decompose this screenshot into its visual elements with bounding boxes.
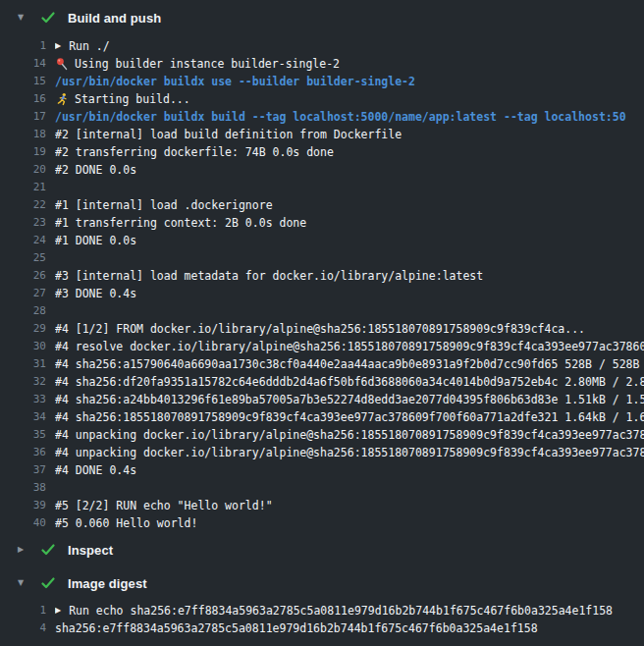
line-number[interactable]: 35 <box>0 426 46 444</box>
line-number[interactable]: 38 <box>0 479 46 497</box>
line-number[interactable]: 33 <box>0 391 46 408</box>
pushpin-icon <box>55 57 69 71</box>
line-number[interactable]: 28 <box>0 302 46 320</box>
line-number[interactable]: 17 <box>0 108 46 126</box>
line-number[interactable]: 39 <box>0 497 46 514</box>
line-content: ▶Run ./ <box>55 37 644 55</box>
section-title: Image digest <box>68 576 147 591</box>
line-content: #4 unpacking docker.io/library/alpine@sh… <box>55 426 644 444</box>
line-content <box>55 249 644 267</box>
line-content: #4 sha256:a15790640a6690aa1730c38cf0a440… <box>55 355 644 373</box>
line-content: #2 [internal] load build definition from… <box>55 126 644 143</box>
line-content: ▶Run echo sha256:e7ff8834a5963a2785c5a08… <box>55 602 644 619</box>
run-expander-icon[interactable]: ▶ <box>55 42 61 50</box>
log-line: 16Starting build... <box>0 90 644 108</box>
run-expander-icon[interactable]: ▶ <box>55 607 61 615</box>
log-line: 30#4 resolve docker.io/library/alpine@sh… <box>0 338 644 355</box>
line-text: #1 DONE 0.0s <box>55 232 136 249</box>
line-number[interactable]: 29 <box>0 320 46 338</box>
line-number[interactable]: 14 <box>0 55 46 73</box>
line-text: #2 transferring dockerfile: 74B 0.0s don… <box>55 143 334 161</box>
line-text: #4 unpacking docker.io/library/alpine@sh… <box>55 426 644 444</box>
line-number[interactable]: 30 <box>0 338 46 355</box>
line-number[interactable]: 1 <box>0 602 46 619</box>
log-line: 1▶Run echo sha256:e7ff8834a5963a2785c5a0… <box>0 602 644 619</box>
log-section-image-digest: ▼ Image digest 1▶Run echo sha256:e7ff883… <box>0 571 644 637</box>
line-text: #2 [internal] load build definition from… <box>55 126 402 143</box>
line-content: #3 [internal] load metadata for docker.i… <box>55 267 644 285</box>
line-text: #4 resolve docker.io/library/alpine@sha2… <box>55 338 644 355</box>
line-content: #1 DONE 0.0s <box>55 232 644 249</box>
line-number[interactable]: 24 <box>0 232 46 249</box>
log-section-inspect: ▶ Inspect <box>0 538 644 562</box>
line-number[interactable]: 25 <box>0 249 46 267</box>
log-section-build-and-push: ▼ Build and push 1▶Run ./14Using builder… <box>0 6 644 532</box>
log-line: 35#4 unpacking docker.io/library/alpine@… <box>0 426 644 444</box>
log-line: 25 <box>0 249 644 267</box>
line-number[interactable]: 20 <box>0 161 46 179</box>
section-log-lines: 1▶Run echo sha256:e7ff8834a5963a2785c5a0… <box>0 602 644 637</box>
line-number[interactable]: 15 <box>0 73 46 90</box>
line-text: #5 0.060 Hello world! <box>55 514 197 532</box>
log-line: 34#4 sha256:185518070891758909c9f839cf4c… <box>0 408 644 426</box>
line-content <box>55 179 644 196</box>
line-number[interactable]: 32 <box>0 373 46 391</box>
line-text: Run echo sha256:e7ff8834a5963a2785c5a081… <box>69 602 613 619</box>
line-text: Starting build... <box>75 90 190 108</box>
line-content: Starting build... <box>55 90 644 108</box>
line-content: /usr/bin/docker buildx build --tag local… <box>55 108 644 126</box>
line-number[interactable]: 1 <box>0 37 46 55</box>
line-text: #3 DONE 0.4s <box>55 285 136 302</box>
line-number[interactable]: 18 <box>0 126 46 143</box>
log-line: 32#4 sha256:df20fa9351a15782c64e6dddb2d4… <box>0 373 644 391</box>
line-text: #1 transferring context: 2B 0.0s done <box>55 214 306 232</box>
line-content: Using builder instance builder-single-2 <box>55 55 644 73</box>
line-text: #4 sha256:185518070891758909c9f839cf4ca3… <box>55 408 644 426</box>
log-line: 33#4 sha256:a24bb4013296f61e89ba57005a7b… <box>0 391 644 408</box>
check-success-icon <box>41 577 55 589</box>
line-number[interactable]: 31 <box>0 355 46 373</box>
line-number[interactable]: 23 <box>0 214 46 232</box>
line-text: #5 [2/2] RUN echo "Hello world!" <box>55 497 273 514</box>
section-header-build-and-push[interactable]: ▼ Build and push <box>0 6 644 29</box>
line-text: Using builder instance builder-single-2 <box>75 55 340 73</box>
log-line: 14Using builder instance builder-single-… <box>0 55 644 73</box>
line-number[interactable]: 40 <box>0 514 46 532</box>
line-number[interactable]: 19 <box>0 143 46 161</box>
section-header-image-digest[interactable]: ▼ Image digest <box>0 571 644 595</box>
line-text: Run ./ <box>69 37 110 55</box>
line-content <box>55 302 644 320</box>
line-number[interactable]: 4 <box>0 619 46 637</box>
line-number[interactable]: 16 <box>0 90 46 108</box>
chevron-right-icon[interactable]: ▶ <box>18 546 29 554</box>
line-text: #4 sha256:a15790640a6690aa1730c38cf0a440… <box>55 355 644 373</box>
line-content: #4 [1/2] FROM docker.io/library/alpine@s… <box>55 320 644 338</box>
line-text: #4 sha256:df20fa9351a15782c64e6dddb2d4a6… <box>55 373 644 391</box>
check-success-icon <box>41 12 55 24</box>
line-number[interactable]: 37 <box>0 461 46 479</box>
line-content: #4 sha256:df20fa9351a15782c64e6dddb2d4a6… <box>55 373 644 391</box>
log-line: 28 <box>0 302 644 320</box>
log-line: 23#1 transferring context: 2B 0.0s done <box>0 214 644 232</box>
line-number[interactable]: 21 <box>0 179 46 196</box>
line-text: /usr/bin/docker buildx build --tag local… <box>55 108 626 126</box>
line-number[interactable]: 26 <box>0 267 46 285</box>
log-line: 26#3 [internal] load metadata for docker… <box>0 267 644 285</box>
chevron-down-icon[interactable]: ▼ <box>18 579 29 587</box>
line-content: #2 transferring dockerfile: 74B 0.0s don… <box>55 143 644 161</box>
line-number[interactable]: 34 <box>0 408 46 426</box>
line-content: #2 DONE 0.0s <box>55 161 644 179</box>
log-line: 39#5 [2/2] RUN echo "Hello world!" <box>0 497 644 514</box>
chevron-down-icon[interactable]: ▼ <box>18 14 29 22</box>
line-content: #4 sha256:a24bb4013296f61e89ba57005a7b3e… <box>55 391 644 408</box>
line-number[interactable]: 36 <box>0 444 46 461</box>
log-line: 36#4 unpacking docker.io/library/alpine@… <box>0 444 644 461</box>
log-line: 38 <box>0 479 644 497</box>
log-line: 29#4 [1/2] FROM docker.io/library/alpine… <box>0 320 644 338</box>
line-content: #5 [2/2] RUN echo "Hello world!" <box>55 497 644 514</box>
log-line: 15/usr/bin/docker buildx use --builder b… <box>0 73 644 90</box>
line-number[interactable]: 27 <box>0 285 46 302</box>
line-text: #4 [1/2] FROM docker.io/library/alpine@s… <box>55 320 585 338</box>
line-number[interactable]: 22 <box>0 196 46 214</box>
section-header-inspect[interactable]: ▶ Inspect <box>0 538 644 562</box>
